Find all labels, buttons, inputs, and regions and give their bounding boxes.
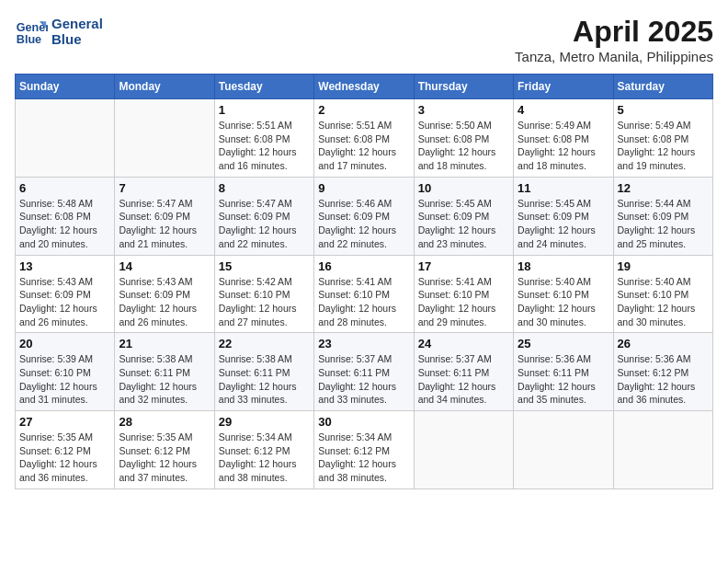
day-info: Sunrise: 5:51 AMSunset: 6:08 PMDaylight:… xyxy=(219,119,310,173)
day-number: 28 xyxy=(119,415,210,429)
day-number: 24 xyxy=(418,337,509,350)
calendar-cell: 24Sunrise: 5:37 AMSunset: 6:11 PMDayligh… xyxy=(414,333,513,411)
calendar-cell: 5Sunrise: 5:49 AMSunset: 6:08 PMDaylight… xyxy=(613,99,712,178)
day-info: Sunrise: 5:39 AMSunset: 6:10 PMDaylight:… xyxy=(19,352,110,407)
calendar-cell: 14Sunrise: 5:43 AMSunset: 6:09 PMDayligh… xyxy=(115,255,214,333)
day-info: Sunrise: 5:44 AMSunset: 6:09 PMDaylight:… xyxy=(618,197,709,251)
day-number: 11 xyxy=(518,181,609,195)
day-number: 17 xyxy=(418,259,509,273)
location-title: Tanza, Metro Manila, Philippines xyxy=(515,49,713,64)
day-number: 23 xyxy=(318,337,409,350)
logo: General Blue General Blue xyxy=(15,15,103,48)
day-number: 10 xyxy=(418,181,509,195)
day-info: Sunrise: 5:34 AMSunset: 6:12 PMDaylight:… xyxy=(219,431,310,485)
day-number: 16 xyxy=(318,259,409,273)
calendar-cell: 29Sunrise: 5:34 AMSunset: 6:12 PMDayligh… xyxy=(214,411,313,489)
weekday-header: Saturday xyxy=(613,75,712,99)
calendar-cell: 13Sunrise: 5:43 AMSunset: 6:09 PMDayligh… xyxy=(16,255,115,333)
calendar-cell: 22Sunrise: 5:38 AMSunset: 6:11 PMDayligh… xyxy=(214,333,313,411)
calendar-week-row: 1Sunrise: 5:51 AMSunset: 6:08 PMDaylight… xyxy=(16,99,713,178)
calendar-header-row: SundayMondayTuesdayWednesdayThursdayFrid… xyxy=(16,75,713,99)
day-info: Sunrise: 5:46 AMSunset: 6:09 PMDaylight:… xyxy=(318,197,409,251)
day-number: 29 xyxy=(219,415,310,429)
calendar-cell: 16Sunrise: 5:41 AMSunset: 6:10 PMDayligh… xyxy=(314,255,414,333)
month-title: April 2025 xyxy=(515,15,713,49)
day-info: Sunrise: 5:43 AMSunset: 6:09 PMDaylight:… xyxy=(19,275,110,329)
weekday-header: Sunday xyxy=(16,75,115,99)
day-number: 4 xyxy=(518,103,609,117)
calendar-cell xyxy=(115,99,214,178)
day-info: Sunrise: 5:49 AMSunset: 6:08 PMDaylight:… xyxy=(518,119,609,173)
day-number: 8 xyxy=(219,181,310,195)
calendar-cell xyxy=(514,411,613,489)
day-number: 2 xyxy=(318,103,409,117)
calendar-cell: 28Sunrise: 5:35 AMSunset: 6:12 PMDayligh… xyxy=(115,411,214,489)
weekday-header: Thursday xyxy=(414,75,513,99)
calendar-cell: 15Sunrise: 5:42 AMSunset: 6:10 PMDayligh… xyxy=(214,255,313,333)
calendar-cell: 25Sunrise: 5:36 AMSunset: 6:11 PMDayligh… xyxy=(514,333,613,411)
day-info: Sunrise: 5:38 AMSunset: 6:11 PMDaylight:… xyxy=(119,352,210,407)
day-info: Sunrise: 5:37 AMSunset: 6:11 PMDaylight:… xyxy=(318,352,409,407)
calendar-cell: 12Sunrise: 5:44 AMSunset: 6:09 PMDayligh… xyxy=(613,177,712,255)
day-info: Sunrise: 5:40 AMSunset: 6:10 PMDaylight:… xyxy=(618,275,709,329)
day-info: Sunrise: 5:47 AMSunset: 6:09 PMDaylight:… xyxy=(119,197,210,251)
calendar-cell xyxy=(613,411,712,489)
day-info: Sunrise: 5:35 AMSunset: 6:12 PMDaylight:… xyxy=(19,431,110,485)
day-number: 6 xyxy=(19,181,110,195)
day-info: Sunrise: 5:38 AMSunset: 6:11 PMDaylight:… xyxy=(219,352,310,407)
calendar-cell: 30Sunrise: 5:34 AMSunset: 6:12 PMDayligh… xyxy=(314,411,414,489)
day-number: 1 xyxy=(219,103,310,117)
day-info: Sunrise: 5:37 AMSunset: 6:11 PMDaylight:… xyxy=(418,352,509,407)
calendar-cell: 27Sunrise: 5:35 AMSunset: 6:12 PMDayligh… xyxy=(16,411,115,489)
weekday-header: Monday xyxy=(115,75,214,99)
weekday-header: Friday xyxy=(514,75,613,99)
day-number: 9 xyxy=(318,181,409,195)
calendar-cell xyxy=(16,99,115,178)
day-number: 27 xyxy=(19,415,110,429)
calendar-cell: 3Sunrise: 5:50 AMSunset: 6:08 PMDaylight… xyxy=(414,99,513,178)
calendar-table: SundayMondayTuesdayWednesdayThursdayFrid… xyxy=(15,74,713,489)
logo-text-line2: Blue xyxy=(51,31,103,47)
day-number: 30 xyxy=(318,415,409,429)
svg-text:Blue: Blue xyxy=(17,33,41,46)
calendar-cell: 1Sunrise: 5:51 AMSunset: 6:08 PMDaylight… xyxy=(214,99,313,178)
day-info: Sunrise: 5:40 AMSunset: 6:10 PMDaylight:… xyxy=(518,275,609,329)
calendar-week-row: 27Sunrise: 5:35 AMSunset: 6:12 PMDayligh… xyxy=(16,411,713,489)
day-info: Sunrise: 5:35 AMSunset: 6:12 PMDaylight:… xyxy=(119,431,210,485)
logo-text-line1: General xyxy=(51,16,103,31)
day-info: Sunrise: 5:47 AMSunset: 6:09 PMDaylight:… xyxy=(219,197,310,251)
calendar-week-row: 20Sunrise: 5:39 AMSunset: 6:10 PMDayligh… xyxy=(16,333,713,411)
day-info: Sunrise: 5:43 AMSunset: 6:09 PMDaylight:… xyxy=(119,275,210,329)
day-info: Sunrise: 5:50 AMSunset: 6:08 PMDaylight:… xyxy=(418,119,509,173)
calendar-cell: 17Sunrise: 5:41 AMSunset: 6:10 PMDayligh… xyxy=(414,255,513,333)
day-number: 7 xyxy=(119,181,210,195)
day-info: Sunrise: 5:51 AMSunset: 6:08 PMDaylight:… xyxy=(318,119,409,173)
weekday-header: Tuesday xyxy=(214,75,313,99)
calendar-cell: 9Sunrise: 5:46 AMSunset: 6:09 PMDaylight… xyxy=(314,177,414,255)
day-info: Sunrise: 5:49 AMSunset: 6:08 PMDaylight:… xyxy=(618,119,709,173)
day-info: Sunrise: 5:41 AMSunset: 6:10 PMDaylight:… xyxy=(418,275,509,329)
day-number: 18 xyxy=(518,259,609,273)
calendar-cell: 11Sunrise: 5:45 AMSunset: 6:09 PMDayligh… xyxy=(514,177,613,255)
day-info: Sunrise: 5:36 AMSunset: 6:12 PMDaylight:… xyxy=(618,352,709,407)
calendar-cell: 4Sunrise: 5:49 AMSunset: 6:08 PMDaylight… xyxy=(514,99,613,178)
day-info: Sunrise: 5:42 AMSunset: 6:10 PMDaylight:… xyxy=(219,275,310,329)
calendar-cell: 10Sunrise: 5:45 AMSunset: 6:09 PMDayligh… xyxy=(414,177,513,255)
calendar-cell: 2Sunrise: 5:51 AMSunset: 6:08 PMDaylight… xyxy=(314,99,414,178)
calendar-cell: 26Sunrise: 5:36 AMSunset: 6:12 PMDayligh… xyxy=(613,333,712,411)
day-number: 21 xyxy=(119,337,210,350)
logo-icon: General Blue xyxy=(15,15,48,48)
day-info: Sunrise: 5:45 AMSunset: 6:09 PMDaylight:… xyxy=(518,197,609,251)
calendar-week-row: 13Sunrise: 5:43 AMSunset: 6:09 PMDayligh… xyxy=(16,255,713,333)
calendar-week-row: 6Sunrise: 5:48 AMSunset: 6:08 PMDaylight… xyxy=(16,177,713,255)
calendar-cell: 8Sunrise: 5:47 AMSunset: 6:09 PMDaylight… xyxy=(214,177,313,255)
day-number: 3 xyxy=(418,103,509,117)
day-number: 12 xyxy=(618,181,709,195)
calendar-cell: 7Sunrise: 5:47 AMSunset: 6:09 PMDaylight… xyxy=(115,177,214,255)
day-number: 14 xyxy=(119,259,210,273)
calendar-cell: 20Sunrise: 5:39 AMSunset: 6:10 PMDayligh… xyxy=(16,333,115,411)
calendar-cell xyxy=(414,411,513,489)
calendar-cell: 19Sunrise: 5:40 AMSunset: 6:10 PMDayligh… xyxy=(613,255,712,333)
day-number: 13 xyxy=(19,259,110,273)
weekday-header: Wednesday xyxy=(314,75,414,99)
